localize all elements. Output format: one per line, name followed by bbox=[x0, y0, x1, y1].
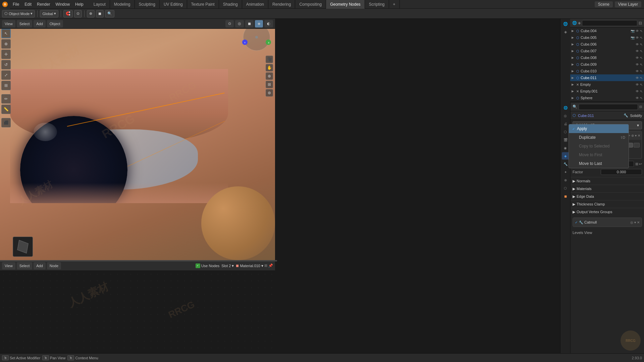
select-restrict-icon[interactable]: ↖ bbox=[640, 43, 643, 46]
properties-search-input[interactable] bbox=[579, 104, 638, 110]
outliner-item-empty001[interactable]: ▶ ✕ Empty.001 👁 ↖ bbox=[570, 88, 644, 95]
move-tool-btn[interactable]: ✛ bbox=[1, 50, 11, 59]
outliner-object-icon[interactable]: ◈ bbox=[578, 21, 581, 25]
select-restrict-icon[interactable]: ↖ bbox=[640, 29, 643, 33]
blender-logo[interactable]: B bbox=[0, 0, 10, 9]
shading-solid-btn[interactable]: ◼ bbox=[245, 20, 254, 27]
global-transform-btn[interactable]: Global ▾ bbox=[40, 10, 58, 17]
props-icon-view-layer[interactable]: ⬡ bbox=[562, 128, 569, 135]
select-menu-btn[interactable]: Select bbox=[17, 20, 33, 27]
left-panel-resizer[interactable] bbox=[275, 19, 277, 344]
visibility-icon[interactable]: 👁 bbox=[636, 36, 639, 40]
rotate-tool-btn[interactable]: ↺ bbox=[1, 60, 11, 69]
menu-window[interactable]: Window bbox=[53, 0, 72, 9]
outliner-item-cube009[interactable]: ▶ ⬡ Cube.009 👁 ↖ bbox=[570, 61, 644, 68]
props-icon-physics[interactable]: ⊕ bbox=[562, 176, 569, 184]
add-menu-btn[interactable]: Add bbox=[34, 20, 46, 27]
grid-view-btn[interactable]: ⊞ bbox=[266, 81, 273, 88]
visibility-icon[interactable]: 👁 bbox=[636, 76, 639, 80]
cursor-btn[interactable]: ⊕ bbox=[87, 10, 95, 17]
viewport-gizmo-btn[interactable]: ◎ bbox=[235, 20, 244, 27]
scale-tool-btn[interactable]: ⤢ bbox=[1, 70, 11, 80]
props-icon-material[interactable]: ◼ bbox=[562, 192, 569, 200]
props-icon-data[interactable]: ⬡ bbox=[562, 184, 569, 192]
expand-card-icon[interactable]: ▾ bbox=[635, 134, 637, 137]
tab-shading[interactable]: Shading bbox=[219, 0, 242, 9]
material-pin-icon[interactable]: 📌 bbox=[268, 263, 273, 268]
shading-material-btn[interactable]: ◈ bbox=[255, 20, 263, 27]
select-tool-btn[interactable]: ↖ bbox=[1, 29, 11, 38]
visibility-icon[interactable]: 👁 bbox=[636, 89, 639, 93]
solidify-toggle-3[interactable] bbox=[634, 143, 640, 147]
measure-tool-btn[interactable]: 📏 bbox=[1, 105, 11, 114]
scene-selector[interactable]: Scene bbox=[595, 1, 613, 7]
visibility-icon[interactable]: 👁 bbox=[636, 29, 639, 33]
outliner-item-cube008[interactable]: ▶ ⬡ Cube.008 👁 ↖ bbox=[570, 54, 644, 61]
select-restrict-icon[interactable]: ↖ bbox=[640, 56, 643, 60]
select-restrict-icon[interactable]: ↖ bbox=[640, 49, 643, 53]
props-icon-particles[interactable]: ✦ bbox=[562, 168, 569, 176]
filter-props-icon[interactable]: ⊟ bbox=[639, 105, 642, 109]
select-restrict-icon[interactable]: ↖ bbox=[640, 63, 643, 66]
outliner-item-cube006[interactable]: ▶ ⬡ Cube.006 👁 ↖ bbox=[570, 41, 644, 48]
outliner-scene-icon[interactable]: 🌐 bbox=[572, 21, 577, 25]
slot-selector[interactable]: Slot 2 ▾ bbox=[221, 263, 234, 268]
view-menu-btn[interactable]: View bbox=[2, 20, 15, 27]
tab-rendering[interactable]: Rendering bbox=[268, 0, 295, 9]
viewport-node-divider[interactable] bbox=[0, 260, 277, 261]
outliner-item-cube010[interactable]: ▶ ⬡ Cube.010 👁 ↖ bbox=[570, 68, 644, 74]
tab-texture-paint[interactable]: Texture Paint bbox=[187, 0, 219, 9]
context-menu-apply[interactable]: ✓ Apply bbox=[569, 124, 629, 133]
outliner-item-cube007[interactable]: ▶ ⬡ Cube.007 👁 ↖ bbox=[570, 48, 644, 54]
snap-btn[interactable]: 🧲 bbox=[63, 10, 73, 17]
second-mod-close-icon[interactable]: ✕ bbox=[637, 221, 640, 224]
menu-help[interactable]: Help bbox=[72, 0, 86, 9]
context-menu-move-to-last[interactable]: Move to Last bbox=[569, 159, 629, 168]
edge-data-toggle[interactable]: ▶ Edge Data bbox=[571, 193, 644, 200]
node-editor[interactable]: View Select Add Node ✓ Use Nodes Slot 2 … bbox=[0, 260, 275, 353]
context-menu-copy-to-selected[interactable]: Copy to Selected bbox=[569, 142, 629, 150]
view-layer-selector[interactable]: View Layer bbox=[615, 1, 641, 7]
zoom-in-out-btn[interactable]: ⊕ bbox=[266, 72, 273, 80]
zoom-camera-btn[interactable]: 🎥 bbox=[266, 56, 273, 63]
visibility-icon[interactable]: 👁 bbox=[636, 49, 639, 53]
outliner-icon-2[interactable]: ◈ bbox=[562, 28, 569, 36]
outliner-icon-1[interactable]: 🌐 bbox=[562, 20, 569, 27]
props-icon-scene[interactable]: 🌐 bbox=[562, 104, 569, 111]
tab-sculpting[interactable]: Sculpting bbox=[135, 0, 160, 9]
camera-restrict-icon[interactable]: 📷 bbox=[631, 29, 635, 33]
main-viewport[interactable]: 人人素材 RRCG 人人素材 RRCG User Perspective (4)… bbox=[0, 19, 275, 260]
second-mod-check[interactable]: ✓ bbox=[575, 221, 578, 224]
use-nodes-toggle[interactable]: ✓ Use Nodes bbox=[196, 263, 219, 268]
realtime-icon[interactable]: ⊛ bbox=[631, 134, 634, 137]
second-mod-vis-icon[interactable]: ◎ bbox=[630, 221, 633, 224]
select-restrict-icon[interactable]: ↖ bbox=[640, 83, 643, 86]
node-add-btn[interactable]: Add bbox=[34, 262, 46, 269]
props-icon-world[interactable]: ◉ bbox=[562, 144, 569, 152]
viewport-shading-solid[interactable]: ◼ bbox=[96, 10, 104, 17]
shading-rendered-btn[interactable]: ◐ bbox=[264, 20, 273, 27]
filter-icon[interactable]: ⊟ bbox=[639, 21, 642, 25]
visibility-icon[interactable]: 👁 bbox=[636, 63, 639, 66]
select-restrict-icon[interactable]: ↖ bbox=[640, 76, 643, 80]
object-mode-btn[interactable]: ⬡ Object Mode ▾ bbox=[2, 10, 35, 17]
thickness-clamp-toggle[interactable]: ▶ Thickness Clamp bbox=[571, 200, 644, 208]
node-editor-canvas[interactable]: 人人素材 RRCG bbox=[0, 271, 275, 353]
props-icon-object[interactable]: ◈ bbox=[562, 152, 569, 160]
use-nodes-checkbox[interactable]: ✓ bbox=[196, 263, 200, 268]
factor-field[interactable]: 0.000 bbox=[601, 169, 642, 175]
visibility-icon[interactable]: 👁 bbox=[636, 96, 639, 100]
outliner-item-empty[interactable]: ▶ ✕ Empty 👁 ↖ bbox=[570, 81, 644, 88]
context-menu-duplicate[interactable]: Duplicate ⇧D bbox=[569, 133, 629, 142]
tab-compositing[interactable]: Compositing bbox=[295, 0, 326, 9]
object-menu-btn[interactable]: Object bbox=[47, 20, 63, 27]
search-scene-btn[interactable]: 🔍 bbox=[105, 10, 114, 17]
pan-btn[interactable]: ✋ bbox=[266, 64, 273, 71]
proportional-edit-btn[interactable]: ⊙ bbox=[74, 10, 82, 17]
annotate-tool-btn[interactable]: ✏ bbox=[1, 94, 11, 104]
props-icon-modifier-active[interactable]: 🔧 bbox=[562, 160, 569, 168]
visibility-icon[interactable]: 👁 bbox=[636, 83, 639, 86]
materials-toggle[interactable]: ▶ Materials bbox=[571, 185, 644, 192]
select-restrict-icon[interactable]: ↖ bbox=[640, 36, 643, 40]
viewport-overlay-btn[interactable]: ⊙ bbox=[225, 20, 234, 27]
